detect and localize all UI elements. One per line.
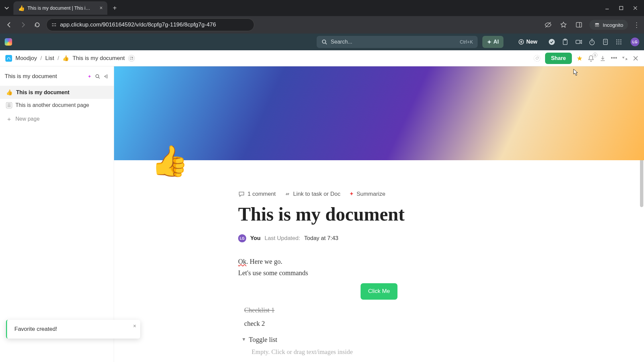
link-label: Link to task or Doc [293, 191, 340, 197]
browser-tab[interactable]: 👍 This is my document | This is m × [13, 1, 107, 15]
address-bar[interactable]: app.clickup.com/9016164592/v/dc/8cpfg7g-… [46, 18, 254, 31]
site-settings-icon[interactable] [51, 22, 57, 27]
doc-body[interactable]: Ok. Here we go. Let's use some commands … [238, 256, 520, 357]
close-window-icon[interactable] [632, 5, 639, 11]
search-icon [321, 39, 327, 45]
clipboard-icon[interactable] [561, 38, 569, 46]
stopwatch-icon[interactable] [588, 38, 596, 46]
comments-action[interactable]: 1 comment [238, 191, 276, 197]
svg-rect-9 [576, 22, 582, 27]
back-button[interactable] [4, 20, 14, 30]
toggle-list[interactable]: ▼ Toggle list [241, 334, 520, 345]
click-me-button[interactable]: Click Me [361, 283, 397, 300]
ai-button[interactable]: ✦ AI [482, 36, 503, 48]
summarize-label: Summarize [357, 191, 385, 197]
video-icon[interactable] [575, 38, 582, 46]
checklist-label: Checklist 1 [244, 304, 275, 316]
paragraph-text: . Here we go. [246, 258, 282, 265]
share-button[interactable]: Share [545, 53, 572, 64]
user-avatar[interactable]: LG [631, 38, 639, 46]
grid-apps-icon[interactable] [615, 38, 623, 46]
url-text: app.clickup.com/9016164592/v/dc/8cpfg7g-… [60, 21, 216, 28]
breadcrumb-sep: / [57, 55, 59, 62]
summarize-action[interactable]: ✦ Summarize [349, 190, 385, 197]
new-page-button[interactable]: ＋ New page [0, 112, 114, 126]
checklist-item[interactable]: Checklist 1 [244, 304, 520, 316]
close-icon[interactable]: × [133, 323, 136, 329]
sidepanel-icon[interactable] [574, 20, 584, 30]
check-circle-icon[interactable] [548, 38, 555, 46]
ai-red-sparkle-icon: ✦ [349, 190, 354, 197]
svg-point-12 [597, 25, 599, 27]
notifications-button[interactable]: 1 [587, 55, 595, 62]
last-updated-value: Today at 7:43 [304, 235, 338, 242]
svg-rect-4 [52, 23, 54, 24]
document-title[interactable]: This is my document [238, 203, 520, 225]
more-menu-icon[interactable]: ••• [611, 55, 617, 62]
svg-point-41 [96, 75, 99, 78]
collapse-icon[interactable] [622, 55, 628, 61]
svg-point-34 [621, 42, 622, 43]
checklist-item[interactable]: check 2 [244, 318, 520, 329]
sidebar-item-label: This is my document [16, 89, 69, 96]
close-tab-icon[interactable]: × [100, 5, 103, 11]
doc-sidebar: This is my document ✦ 👍 This is my docum… [0, 66, 114, 362]
svg-point-29 [616, 40, 618, 41]
clickup-logo-icon[interactable] [5, 38, 12, 46]
svg-point-31 [621, 40, 622, 41]
favorite-star-icon[interactable]: ★ [577, 54, 583, 62]
svg-point-11 [595, 25, 597, 27]
eye-off-icon[interactable] [543, 20, 553, 30]
sidebar-item-doc[interactable]: This is another document page [0, 99, 114, 112]
new-label: New [526, 39, 537, 45]
svg-point-36 [619, 44, 620, 45]
close-icon[interactable] [633, 55, 639, 61]
notepad-icon[interactable] [602, 38, 609, 46]
spellerror-text: Ok [238, 258, 246, 265]
cover-image[interactable]: 👍 [114, 66, 644, 160]
doc-meta-row: LG You Last Updated: Today at 7:43 [238, 234, 520, 242]
minimize-icon[interactable] [604, 5, 610, 11]
paragraph[interactable]: Let's use some commands [238, 267, 520, 279]
svg-point-35 [616, 44, 618, 45]
author-avatar[interactable]: LG [238, 234, 246, 242]
forward-button[interactable] [18, 20, 28, 30]
svg-point-30 [619, 40, 620, 41]
collapse-sidebar-icon[interactable] [104, 74, 109, 79]
breadcrumb-workspace[interactable]: Moodjoy [15, 55, 37, 62]
download-icon[interactable] [599, 55, 606, 62]
workspace-icon [5, 55, 12, 62]
tab-list-dropdown[interactable] [2, 3, 11, 13]
svg-rect-22 [576, 40, 580, 44]
toggle-empty-placeholder[interactable]: Empty. Click or drag text/images inside [252, 347, 520, 357]
tag-icon[interactable] [534, 55, 540, 62]
new-tab-button[interactable]: + [109, 3, 120, 13]
link-action[interactable]: Link to task or Doc [284, 191, 340, 197]
search-placeholder: Search... [331, 39, 352, 45]
global-search[interactable]: Search... Ctrl+K [317, 36, 478, 48]
sidebar-item-doc[interactable]: 👍 This is my document [0, 86, 114, 99]
browser-menu-icon[interactable]: ⋮ [633, 21, 640, 29]
svg-rect-26 [603, 39, 607, 45]
breadcrumb-parent[interactable]: List [45, 55, 54, 62]
chevron-down-icon: ▼ [241, 336, 246, 344]
search-icon[interactable] [95, 74, 100, 79]
checklist-label: check 2 [244, 318, 265, 329]
reload-button[interactable] [32, 20, 42, 30]
breadcrumb-bar: Moodjoy / List / 👍 This is my document S… [0, 50, 644, 66]
maximize-icon[interactable] [618, 5, 625, 11]
document-canvas[interactable]: 👍 1 comment Link to task or Doc ✦ Summar… [114, 66, 644, 362]
new-button[interactable]: New [518, 39, 537, 45]
plus-circle-icon [518, 39, 524, 45]
doc-header-emoji[interactable]: 👍 [151, 143, 189, 179]
breadcrumb-doc-title[interactable]: This is my document [72, 55, 125, 62]
comment-icon [238, 191, 245, 197]
incognito-badge[interactable]: Incognito [589, 20, 628, 30]
author-name: You [250, 235, 261, 242]
search-shortcut: Ctrl+K [460, 39, 473, 45]
open-external-icon[interactable] [128, 55, 135, 62]
paragraph[interactable]: Ok. Here we go. [238, 256, 520, 267]
svg-rect-6 [52, 25, 54, 26]
bookmark-star-icon[interactable] [558, 20, 569, 30]
ai-sparkle-icon[interactable]: ✦ [88, 74, 92, 79]
